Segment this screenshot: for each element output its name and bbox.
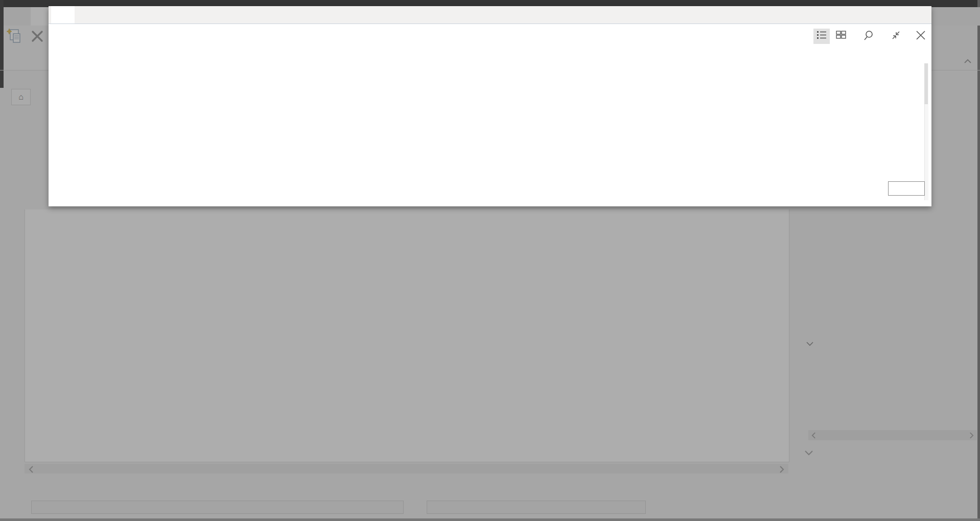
view-list-icon[interactable] bbox=[813, 29, 830, 44]
search-icon[interactable] bbox=[860, 29, 877, 44]
view-tiles-icon[interactable] bbox=[833, 29, 849, 44]
close-icon[interactable] bbox=[913, 29, 929, 44]
close-button[interactable] bbox=[888, 181, 925, 196]
dialog-tab-strip bbox=[49, 6, 931, 24]
screen: ⌂ bbox=[0, 0, 980, 521]
restore-size-icon[interactable] bbox=[888, 29, 904, 44]
dialog-tab-home[interactable] bbox=[51, 6, 75, 23]
untracked-planning-elements-dialog bbox=[49, 6, 931, 206]
dialog-scrollbar-thumb[interactable] bbox=[924, 63, 928, 104]
